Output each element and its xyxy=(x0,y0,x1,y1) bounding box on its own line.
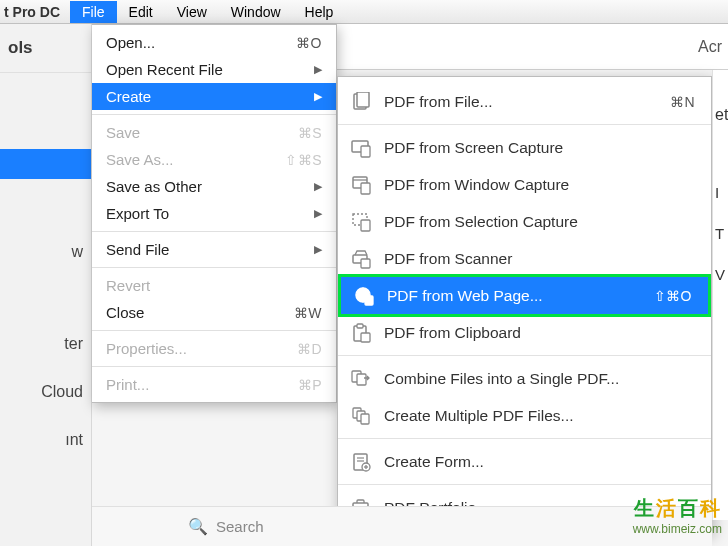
svg-rect-17 xyxy=(361,333,370,342)
create-combine-files[interactable]: Combine Files into a Single PDF... xyxy=(338,360,711,397)
menu-send-file[interactable]: Send File▶ xyxy=(92,236,336,263)
sidebar-item[interactable]: Cloud xyxy=(0,363,91,411)
create-pdf-selection-capture[interactable]: PDF from Selection Capture xyxy=(338,203,711,240)
menu-window[interactable]: Window xyxy=(219,1,293,23)
menu-separator xyxy=(92,267,336,268)
form-icon xyxy=(350,451,372,473)
svg-rect-1 xyxy=(357,92,369,107)
app-title: t Pro DC xyxy=(0,4,70,20)
svg-rect-3 xyxy=(361,146,370,157)
search-bar[interactable]: 🔍 Search xyxy=(92,506,712,546)
sidebar: ols w ter Cloud ınt xyxy=(0,24,92,546)
search-icon: 🔍 xyxy=(188,517,208,536)
create-pdf-window-capture[interactable]: PDF from Window Capture xyxy=(338,166,711,203)
svg-rect-14 xyxy=(365,296,373,305)
menu-save-as-other[interactable]: Save as Other▶ xyxy=(92,173,336,200)
svg-rect-19 xyxy=(357,374,366,385)
sidebar-selected-item[interactable] xyxy=(0,149,91,179)
menu-file[interactable]: File xyxy=(70,1,117,23)
clipboard-icon xyxy=(350,322,372,344)
menu-save-as: Save As...⇧⌘S xyxy=(92,146,336,173)
screen-icon xyxy=(350,137,372,159)
search-placeholder: Search xyxy=(216,518,264,535)
right-panel-fragment: et xyxy=(713,70,728,124)
menu-separator xyxy=(92,114,336,115)
menu-save: Save⌘S xyxy=(92,119,336,146)
sidebar-header: ols xyxy=(0,24,91,73)
create-pdf-web-page[interactable]: PDF from Web Page...⇧⌘O xyxy=(338,274,711,317)
create-multiple-pdf[interactable]: Create Multiple PDF Files... xyxy=(338,397,711,434)
window-icon xyxy=(350,174,372,196)
create-pdf-scanner[interactable]: PDF from Scanner xyxy=(338,240,711,277)
multiple-icon xyxy=(350,405,372,427)
right-panel: et I T V xyxy=(712,70,728,520)
file-menu-dropdown: Open...⌘O Open Recent File▶ Create▶ Save… xyxy=(92,24,337,403)
menu-separator xyxy=(92,330,336,331)
svg-rect-8 xyxy=(361,220,370,231)
menu-edit[interactable]: Edit xyxy=(117,1,165,23)
menu-separator xyxy=(338,484,711,485)
svg-rect-6 xyxy=(361,183,370,194)
sidebar-item[interactable]: w xyxy=(0,233,91,271)
watermark: 生活百科 www.bimeiz.com xyxy=(633,495,722,536)
create-pdf-from-file[interactable]: PDF from File...⌘N xyxy=(338,83,711,120)
selection-icon xyxy=(350,211,372,233)
menu-separator xyxy=(338,438,711,439)
toolbar-right-text: Acr xyxy=(698,38,722,56)
menu-open-recent[interactable]: Open Recent File▶ xyxy=(92,56,336,83)
scanner-icon xyxy=(350,248,372,270)
menu-open[interactable]: Open...⌘O xyxy=(92,29,336,56)
menu-separator xyxy=(338,124,711,125)
menu-print: Print...⌘P xyxy=(92,371,336,398)
combine-icon xyxy=(350,368,372,390)
menubar: t Pro DC File Edit View Window Help xyxy=(0,0,728,24)
svg-rect-22 xyxy=(361,414,369,424)
menu-view[interactable]: View xyxy=(165,1,219,23)
menu-export-to[interactable]: Export To▶ xyxy=(92,200,336,227)
sidebar-item[interactable]: ınt xyxy=(0,411,91,459)
menu-properties: Properties...⌘D xyxy=(92,335,336,362)
file-icon xyxy=(350,91,372,113)
menu-revert: Revert xyxy=(92,272,336,299)
sidebar-item[interactable]: ter xyxy=(0,325,91,363)
web-icon xyxy=(353,285,375,307)
menu-close[interactable]: Close⌘W xyxy=(92,299,336,326)
create-form[interactable]: Create Form... xyxy=(338,443,711,480)
svg-rect-16 xyxy=(357,324,363,328)
menu-separator xyxy=(92,366,336,367)
menu-create[interactable]: Create▶ xyxy=(92,83,336,110)
svg-rect-10 xyxy=(361,259,370,268)
create-pdf-screen-capture[interactable]: PDF from Screen Capture xyxy=(338,129,711,166)
create-pdf-clipboard[interactable]: PDF from Clipboard xyxy=(338,314,711,351)
create-submenu: PDF from File...⌘N PDF from Screen Captu… xyxy=(337,76,712,533)
menu-separator xyxy=(92,231,336,232)
menu-help[interactable]: Help xyxy=(293,1,346,23)
menu-separator xyxy=(338,355,711,356)
